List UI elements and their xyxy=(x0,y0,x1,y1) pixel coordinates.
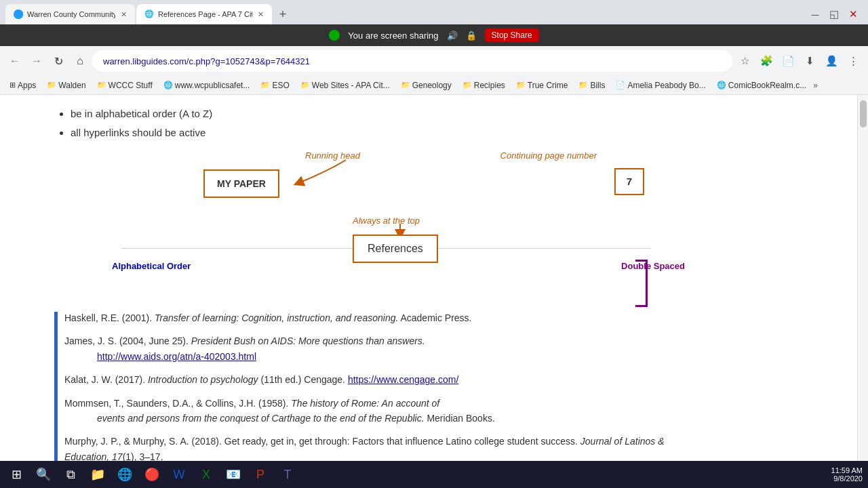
bookmark-wcpublic[interactable]: 🌐 www.wcpublicsafet... xyxy=(159,79,254,92)
content-area: be in alphabetical order (A to Z) all hy… xyxy=(0,95,857,488)
bookmark-star-icon[interactable]: ☆ xyxy=(735,52,754,70)
restore-button[interactable]: ◱ xyxy=(825,5,844,24)
folder-icon-crime: 📁 xyxy=(516,81,526,89)
stop-share-button[interactable]: Stop Share xyxy=(485,28,539,42)
home-button[interactable]: ⌂ xyxy=(71,52,90,70)
file-explorer-button[interactable]: 📁 xyxy=(87,464,108,485)
scroll-thumb[interactable] xyxy=(860,100,867,127)
tab-warren[interactable]: 🌐 Warren County Community Colle... ✕ xyxy=(5,4,135,24)
continuing-page-label: Continuing page number xyxy=(500,149,597,163)
tab-references[interactable]: 🌐 References Page - APA 7 Citation... ✕ xyxy=(136,4,272,24)
page-number-box: 7 xyxy=(614,168,644,195)
menu-icon[interactable]: ⋮ xyxy=(844,52,863,70)
alphabetical-order-label: Alphabetical Order xyxy=(112,260,191,274)
diagram-container: Running head MY PAPER xyxy=(54,148,705,304)
folder-icon-gene: 📁 xyxy=(401,81,410,89)
taskbar-clock: 11:59 AM 9/8/2020 xyxy=(831,466,863,483)
james-link-indent: http://www.aids.org/atn/a-402003.html xyxy=(64,349,705,364)
running-head-arrow xyxy=(54,148,393,256)
bookmark-wccc[interactable]: 📁 WCCC Stuff xyxy=(93,79,157,92)
security-icon: 🔒 xyxy=(466,30,477,41)
bullet-list: be in alphabetical order (A to Z) all hy… xyxy=(54,106,705,141)
taskbar: ⊞ 🔍 ⧉ 📁 🌐 🔴 W X 📧 P T 11:59 AM 9/8/2020 xyxy=(0,461,868,488)
folder-icon-wccc: 📁 xyxy=(97,81,106,89)
folder-icon-walden: 📁 xyxy=(47,81,56,89)
extension-icon[interactable]: 🧩 xyxy=(757,52,776,70)
apps-icon: ⊞ xyxy=(9,81,16,89)
minimize-button[interactable]: ─ xyxy=(806,5,825,24)
download-icon[interactable]: ⬇ xyxy=(800,52,819,70)
tab-close-references[interactable]: ✕ xyxy=(258,10,264,19)
tab-label-references: References Page - APA 7 Citation... xyxy=(158,10,252,18)
folder-icon-recip: 📁 xyxy=(462,81,472,89)
folder-icon-websites: 📁 xyxy=(300,81,310,89)
folder-icon-eso: 📁 xyxy=(260,81,270,89)
tab-icon-references: 🌐 xyxy=(144,9,154,19)
edge-button[interactable]: 🌐 xyxy=(114,464,136,485)
bookmarks-overflow[interactable]: » xyxy=(813,81,818,90)
reference-haskell: Haskell, R.E. (2001). Transfer of learni… xyxy=(64,310,705,325)
running-head-label: Running head xyxy=(305,149,360,163)
pdf-icon[interactable]: 📄 xyxy=(778,52,797,70)
my-paper-box: MY PAPER xyxy=(203,169,279,198)
search-button[interactable]: 🔍 xyxy=(33,464,54,485)
bookmark-comicbook[interactable]: 🌐 ComicBookRealm.c... xyxy=(713,79,810,92)
page-wrapper: be in alphabetical order (A to Z) all hy… xyxy=(0,95,868,488)
reference-murphy: Murphy, J. P., & Murphy, S. A. (2018). G… xyxy=(64,434,705,464)
web-icon-wcpublic: 🌐 xyxy=(163,81,173,89)
chrome-button[interactable]: 🔴 xyxy=(141,464,163,485)
reference-kalat: Kalat, J. W. (2017). Introduction to psy… xyxy=(64,372,705,387)
address-bar[interactable] xyxy=(92,50,732,72)
double-spaced-bracket xyxy=(635,260,648,307)
bookmark-truecrime[interactable]: 📁 True Crime xyxy=(512,79,572,92)
scrollbar-right[interactable] xyxy=(857,95,868,488)
task-view-button[interactable]: ⧉ xyxy=(60,464,81,485)
close-window-button[interactable]: ✕ xyxy=(844,5,863,24)
sharing-text: You are screen sharing xyxy=(348,30,438,41)
excel-button[interactable]: X xyxy=(195,464,217,485)
mommsen-indent: events and persons from the conquest of … xyxy=(64,411,705,426)
audio-icon: 🔊 xyxy=(447,30,458,41)
bookmark-recipies[interactable]: 📁 Recipies xyxy=(458,79,509,92)
reload-button[interactable]: ↻ xyxy=(49,52,68,70)
james-link[interactable]: http://www.aids.org/atn/a-402003.html xyxy=(97,351,256,362)
bookmark-websites[interactable]: 📁 Web Sites - APA Cit... xyxy=(296,79,394,92)
folder-icon-bills: 📁 xyxy=(578,81,588,89)
new-tab-button[interactable]: + xyxy=(273,5,292,24)
green-dot-icon xyxy=(329,30,340,41)
references-entries: Haskell, R.E. (2001). Transfer of learni… xyxy=(64,310,705,472)
bookmark-walden[interactable]: 📁 Walden xyxy=(43,79,90,92)
content-scroll[interactable]: be in alphabetical order (A to Z) all hy… xyxy=(0,95,857,488)
web-icon-comic: 🌐 xyxy=(717,81,726,89)
references-box: References xyxy=(353,235,438,263)
references-border xyxy=(54,312,58,472)
profile-icon[interactable]: 👤 xyxy=(822,52,841,70)
bookmark-amelia[interactable]: 📄 Amelia Peabody Bo... xyxy=(612,79,709,92)
powerpoint-button[interactable]: P xyxy=(250,464,271,485)
double-spaced-label: Double Spaced xyxy=(621,260,685,274)
tab-close-warren[interactable]: ✕ xyxy=(121,10,127,19)
tab-label-warren: Warren County Community Colle... xyxy=(27,10,115,18)
reference-mommsen: Mommsen, T., Saunders, D.A., & Collins, … xyxy=(64,396,705,426)
outlook-button[interactable]: 📧 xyxy=(222,464,244,485)
bookmark-bills[interactable]: 📁 Bills xyxy=(574,79,609,92)
cengage-link[interactable]: https://www.cengage.com/ xyxy=(348,374,458,385)
always-at-top-label: Always at the top xyxy=(353,214,420,228)
forward-button[interactable]: → xyxy=(27,52,46,70)
start-button[interactable]: ⊞ xyxy=(5,464,27,485)
bookmarks-bar: ⊞ Apps 📁 Walden 📁 WCCC Stuff 🌐 www.wcpub… xyxy=(0,76,868,95)
bookmark-eso[interactable]: 📁 ESO xyxy=(256,79,293,92)
bookmark-geneology[interactable]: 📁 Geneology xyxy=(397,79,456,92)
word-button[interactable]: W xyxy=(168,464,190,485)
bullet-hyperlinks: all hyperlinks should be active xyxy=(71,125,705,141)
folder-icon-amelia: 📄 xyxy=(616,81,625,89)
bookmark-apps[interactable]: ⊞ Apps xyxy=(5,79,40,92)
teams-button[interactable]: T xyxy=(277,464,298,485)
back-button[interactable]: ← xyxy=(5,52,24,70)
references-block: Haskell, R.E. (2001). Transfer of learni… xyxy=(54,310,705,472)
reference-james: James, J. S. (2004, June 25). President … xyxy=(64,333,705,364)
bullet-alphabetical: be in alphabetical order (A to Z) xyxy=(71,106,705,122)
main-content: be in alphabetical order (A to Z) all hy… xyxy=(0,95,746,483)
nav-bar: ← → ↻ ⌂ ☆ 🧩 📄 ⬇ 👤 ⋮ xyxy=(0,46,868,76)
sharing-bar: You are screen sharing 🔊 🔒 Stop Share xyxy=(0,24,868,46)
